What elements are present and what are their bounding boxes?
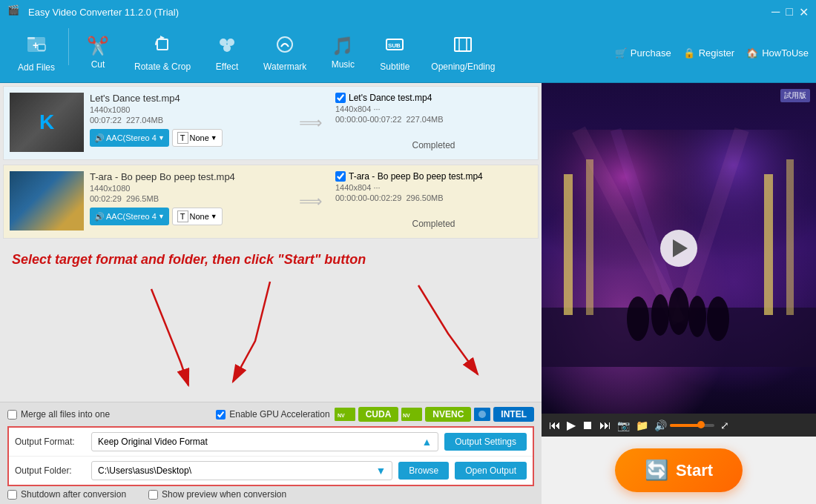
file-thumb-1: K: [10, 93, 84, 152]
cuda-badge[interactable]: CUDA: [358, 407, 399, 422]
toolbar-add-files[interactable]: + Add Files: [7, 28, 65, 79]
audio-select-2[interactable]: 🔊 AAC(Stereo 4 ▼: [90, 208, 169, 225]
toolbar-effect[interactable]: Effect: [201, 28, 253, 79]
play-pause-button[interactable]: ▶: [567, 418, 576, 432]
right-panel: 試用版 ⏮ ▶ ⏹ ⏭ 📷 📁 🔊 ⤢ 🔄 Start: [542, 83, 816, 504]
camera-button[interactable]: 📷: [617, 420, 630, 431]
toolbar-watermark[interactable]: Watermark: [253, 28, 317, 79]
shutdown-checkbox[interactable]: [7, 490, 17, 500]
stop-button[interactable]: ⏹: [582, 419, 593, 432]
output-checkbox-2[interactable]: [335, 171, 346, 182]
browse-button[interactable]: Browse: [398, 462, 449, 480]
toolbar-register[interactable]: 🔒 Register: [683, 47, 734, 59]
subtitle-select-1[interactable]: T None ▼: [172, 129, 223, 147]
video-controls: ⏮ ▶ ⏹ ⏭ 📷 📁 🔊 ⤢: [542, 414, 816, 437]
toolbar-opening-ending[interactable]: Opening/Ending: [421, 28, 505, 79]
preview-stage: 試用版: [542, 83, 816, 414]
file-list: K Let's Dance test.mp4 1440x1080 00:07:2…: [0, 83, 542, 402]
toolbar-cut[interactable]: ✂️ Cut: [72, 28, 124, 79]
close-button[interactable]: ✕: [799, 5, 809, 19]
toolbar-music-label: Music: [332, 59, 355, 70]
thumb-img-2: [10, 171, 84, 231]
intel-logo: [474, 408, 490, 421]
audio-icon-2: 🔊: [94, 212, 105, 222]
opening-ending-icon: [453, 35, 473, 57]
subtitle-select-2[interactable]: T None ▼: [172, 208, 223, 225]
register-icon: 🔒: [683, 47, 695, 59]
audio-select-1[interactable]: 🔊 AAC(Stereo 4 ▼: [90, 129, 169, 147]
preview-watermark: 試用版: [780, 89, 810, 102]
merge-checkbox[interactable]: [7, 410, 17, 420]
toolbar-rotate-crop[interactable]: Rotate & Crop: [124, 28, 201, 79]
file-name-1: Let's Dance test.mp4: [90, 93, 286, 104]
window-controls: ─ □ ✕: [771, 5, 809, 19]
output-checkbox-1[interactable]: [335, 93, 346, 103]
output-folder-label: Output Folder:: [15, 465, 85, 476]
toolbar-left: + Add Files ✂️ Cut Rotate & Crop: [7, 28, 505, 79]
output-info-2: T-ara - Bo peep Bo peep test.mp4 1440x80…: [335, 171, 532, 232]
toolbar-opening-ending-label: Opening/Ending: [431, 62, 495, 72]
open-output-button[interactable]: Open Output: [455, 462, 527, 480]
intel-badge[interactable]: INTEL: [493, 407, 534, 422]
audio-dropdown-2: ▼: [158, 213, 165, 220]
subtitle-t-icon-1: T: [177, 132, 188, 144]
folder-button[interactable]: 📁: [636, 420, 648, 431]
start-button[interactable]: 🔄 Start: [615, 448, 743, 492]
output-format-label: Output Format:: [15, 437, 85, 447]
preview-checkbox[interactable]: [148, 490, 158, 500]
start-section: 🔄 Start: [542, 437, 816, 504]
folder-dropdown-icon: ▼: [375, 465, 386, 477]
shutdown-label[interactable]: Shutdown after conversion: [7, 489, 126, 500]
output-format-select[interactable]: Keep Original Video Format ▲: [91, 432, 438, 451]
folder-row: Output Folder: C:\Users\asus\Desktop\ ▼ …: [9, 457, 533, 485]
volume-bar[interactable]: [670, 424, 714, 427]
toolbar-howto-label: HowToUse: [762, 47, 809, 59]
main-area: K Let's Dance test.mp4 1440x1080 00:07:2…: [0, 83, 816, 504]
play-button[interactable]: [660, 230, 697, 267]
merge-label[interactable]: Merge all files into one: [7, 409, 110, 420]
file-controls-1: 🔊 AAC(Stereo 4 ▼ T None ▼: [90, 129, 286, 147]
svg-text:T: T: [395, 42, 399, 49]
instruction-text: Select target format and folder, then cl…: [3, 245, 539, 275]
add-files-icon: +: [26, 34, 47, 58]
start-label: Start: [676, 461, 713, 480]
toolbar-sep-1: [68, 28, 69, 65]
skip-back-button[interactable]: ⏮: [549, 419, 561, 432]
subtitle-icon: SUB T: [385, 35, 404, 57]
audio-icon-1: 🔊: [94, 133, 105, 143]
purchase-icon: 🛒: [615, 47, 627, 59]
file-dur-1: 00:07:22 227.04MB: [90, 116, 286, 125]
subtitle-t-icon-2: T: [177, 210, 188, 222]
toolbar-right: 🛒 Purchase 🔒 Register 🏠 HowToUse: [615, 47, 809, 59]
file-dur-2: 00:02:29 296.5MB: [90, 194, 286, 203]
volume-icon: 🔊: [654, 420, 667, 431]
toolbar-subtitle[interactable]: SUB T Subtitle: [369, 28, 421, 79]
howto-icon: 🏠: [746, 47, 758, 59]
svg-rect-4: [157, 39, 168, 50]
toolbar-purchase[interactable]: 🛒 Purchase: [615, 47, 671, 59]
completed-badge-1: Completed: [335, 137, 532, 153]
toolbar-purchase-label: Purchase: [631, 47, 671, 59]
file-item-1: K Let's Dance test.mp4 1440x1080 00:07:2…: [3, 86, 539, 160]
output-settings-button[interactable]: Output Settings: [444, 433, 527, 451]
preview-label[interactable]: Show preview when conversion: [148, 489, 286, 500]
minimize-button[interactable]: ─: [771, 5, 780, 19]
maximize-button[interactable]: □: [786, 5, 793, 19]
video-preview: 試用版: [542, 83, 816, 414]
volume-handle: [697, 421, 705, 428]
output-folder-select[interactable]: C:\Users\asus\Desktop\ ▼: [91, 461, 392, 480]
toolbar-music[interactable]: 🎵 Music: [317, 28, 369, 79]
toolbar-cut-label: Cut: [91, 59, 105, 70]
output-header-2: T-ara - Bo peep Bo peep test.mp4: [335, 171, 532, 182]
svg-text:NV: NV: [338, 413, 345, 418]
skip-forward-button[interactable]: ⏭: [599, 419, 611, 432]
fullscreen-button[interactable]: ⤢: [720, 420, 729, 431]
nvenc-badge[interactable]: NVENC: [425, 407, 471, 422]
toolbar-howto[interactable]: 🏠 HowToUse: [746, 47, 809, 59]
instruction-area: Select target format and folder, then cl…: [3, 245, 539, 326]
output-time-2: 00:00:00-00:02:29 296.50MB: [335, 193, 532, 202]
gpu-checkbox-label[interactable]: Enable GPU Acceleration: [216, 409, 329, 420]
output-res-1: 1440x804 ···: [335, 105, 532, 113]
gpu-checkbox[interactable]: [216, 410, 226, 420]
bottom-controls: Merge all files into one Enable GPU Acce…: [0, 402, 542, 504]
